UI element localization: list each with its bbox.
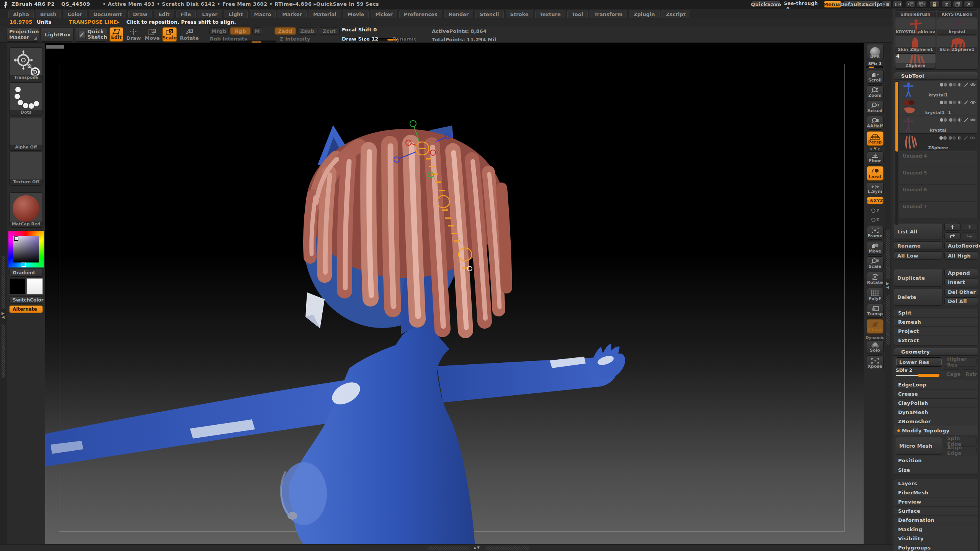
menu-tab[interactable]: Stencil <box>475 10 503 18</box>
menu-tab[interactable]: Picker <box>371 10 397 18</box>
tray-drag-texture[interactable] <box>886 295 890 345</box>
subtool-row-selected[interactable]: ZSphere <box>899 134 977 151</box>
mrgb-button[interactable]: Mrgb <box>209 27 229 35</box>
tray-toggle-arrows-icon[interactable]: ▲▼ <box>474 546 480 549</box>
collapsible-section[interactable]: ClayPolish <box>894 399 978 408</box>
collapsible-section[interactable]: DynaMesh <box>894 408 978 417</box>
subtool-section-header[interactable]: SubTool <box>894 72 978 80</box>
floor-button[interactable]: Floor <box>867 152 884 165</box>
subtool-up-button[interactable] <box>944 223 960 231</box>
collapsible-section[interactable]: Split <box>894 308 978 318</box>
spin-edge-button[interactable]: Spin Edge <box>944 437 977 445</box>
lock-icon[interactable] <box>929 1 939 8</box>
rotate-button[interactable]: R Rotate <box>180 28 199 41</box>
tool-item[interactable]: SimpleBrush <box>895 10 936 17</box>
spix-control[interactable]: SPix 3 <box>866 62 884 68</box>
tray-open-arrow-icon[interactable]: ▶◀ <box>886 282 889 289</box>
tray-drag-texture[interactable] <box>486 546 529 550</box>
collapsible-section[interactable]: Remesh <box>894 318 978 327</box>
edit-button[interactable]: Edit <box>109 27 123 42</box>
local-button[interactable]: Local <box>867 166 884 181</box>
palette-section[interactable]: Masking <box>894 525 978 534</box>
edit-pen-icon[interactable] <box>964 100 968 104</box>
subtool-row[interactable]: krystal1 _1 <box>899 98 977 116</box>
rotate-y-toggle[interactable]: Y <box>871 206 879 215</box>
quicksave-button[interactable]: QuickSave <box>751 1 781 8</box>
geometry-section-header[interactable]: Geometry <box>894 348 978 355</box>
menu-tab[interactable]: Transform <box>590 10 627 18</box>
rotate-canvas-button[interactable]: Rotate <box>867 272 884 286</box>
subtool-empty-slot[interactable]: Unused 4 <box>899 151 977 168</box>
transparency-button[interactable]: Transp <box>867 304 884 318</box>
menu-tab[interactable]: File <box>176 10 196 18</box>
menu-tab[interactable]: Texture <box>535 10 565 18</box>
palette-section[interactable]: Layers <box>894 479 978 488</box>
polyframe-button[interactable]: PolyF <box>867 288 884 302</box>
subtool-empty-slot[interactable]: Unused 7 <box>899 202 977 218</box>
restore-icon[interactable] <box>953 1 963 8</box>
slide-right-icon[interactable] <box>893 1 903 8</box>
tool-item[interactable]: krystal <box>937 18 978 35</box>
palette-section[interactable]: Polygroups <box>894 543 978 551</box>
palette-section[interactable]: Preview <box>894 497 978 507</box>
menu-tab[interactable]: Brush <box>36 10 61 18</box>
menu-tab[interactable]: Macro <box>250 10 276 18</box>
zoom-button[interactable]: Zoom <box>867 85 884 99</box>
menu-tab[interactable]: Zscript <box>662 10 690 18</box>
collapsible-section[interactable]: Crease <box>894 390 978 399</box>
autoreorder-button[interactable]: AutoReorder <box>944 241 978 250</box>
tool-item-selected[interactable]: 4 ZSphere <box>895 53 936 68</box>
collapsible-section[interactable]: Extract <box>894 336 978 345</box>
spix-slider[interactable] <box>866 66 883 68</box>
sv-cursor[interactable] <box>15 237 18 240</box>
close-icon[interactable]: ✕ <box>964 1 974 8</box>
menu-tab[interactable]: Edit <box>154 10 174 18</box>
menu-tab[interactable]: Marker <box>278 10 307 18</box>
rename-button[interactable]: Rename <box>894 241 943 250</box>
visibility-eye-icon[interactable] <box>970 118 976 122</box>
floor-axes[interactable]: x Y z <box>870 147 880 151</box>
rstr-button[interactable]: Rstr <box>962 369 977 378</box>
subtool-down-button[interactable] <box>962 223 978 231</box>
solo-button[interactable]: Solo <box>867 340 884 354</box>
move-canvas-button[interactable]: Move <box>867 241 884 255</box>
main-color-swatch[interactable] <box>9 278 26 295</box>
subtool-move-down-button[interactable] <box>962 232 978 240</box>
menu-tab[interactable]: Render <box>444 10 474 18</box>
lightbox-button[interactable]: LightBox <box>41 27 74 42</box>
palette-section[interactable]: FiberMesh <box>894 488 978 497</box>
cage-button[interactable]: Cage <box>943 369 960 378</box>
position-section[interactable]: Position <box>894 456 978 465</box>
actual-button[interactable]: x1 Actual <box>867 101 884 114</box>
menu-tab[interactable]: Draw <box>128 10 152 18</box>
tray-drag-texture[interactable] <box>886 230 890 279</box>
m-button[interactable]: M <box>252 27 262 35</box>
tool-item[interactable]: Skin_ZSphere1 <box>895 36 936 52</box>
scale-button[interactable]: S Scale <box>162 27 177 42</box>
subtool-row[interactable]: krystal1 <box>899 81 977 98</box>
sdiv-control[interactable]: SDiv 2 <box>896 368 941 377</box>
slide-left-icon[interactable] <box>882 1 892 8</box>
current-brush-thumbnail[interactable]: Transpose <box>9 47 43 81</box>
tray-drag-texture[interactable] <box>428 546 470 550</box>
lower-res-button[interactable]: Lower Res <box>896 357 942 367</box>
visibility-eye-icon[interactable] <box>970 100 976 104</box>
subtool-scrollbar[interactable] <box>895 81 898 225</box>
zcut-button[interactable]: Zcut <box>319 27 340 35</box>
tool-item[interactable]: Skin_ZSphere1 <box>937 36 978 52</box>
del-all-button[interactable]: Del All <box>944 297 978 305</box>
xyz-rotate-button[interactable]: &XYZ <box>867 197 884 204</box>
menu-tab[interactable]: Zplugin <box>629 10 659 18</box>
append-button[interactable]: Append <box>944 269 978 277</box>
alternate-button[interactable]: Alternate <box>9 305 43 313</box>
lsym-button[interactable]: L.Sym <box>867 182 884 195</box>
palette-section[interactable]: Surface <box>894 507 978 516</box>
current-texture-thumbnail[interactable]: Texture Off <box>9 152 43 186</box>
viewport[interactable] <box>45 43 864 544</box>
cascade-right-icon[interactable] <box>917 1 927 8</box>
scale-canvas-button[interactable]: Scale <box>867 256 884 270</box>
insert-button[interactable]: Insert <box>944 278 978 286</box>
quick-sketch-button[interactable]: Quick Sketch <box>75 27 107 42</box>
palette-section[interactable]: Deformation <box>894 516 978 525</box>
modify-topology-section[interactable]: Modify Topology <box>894 426 978 435</box>
